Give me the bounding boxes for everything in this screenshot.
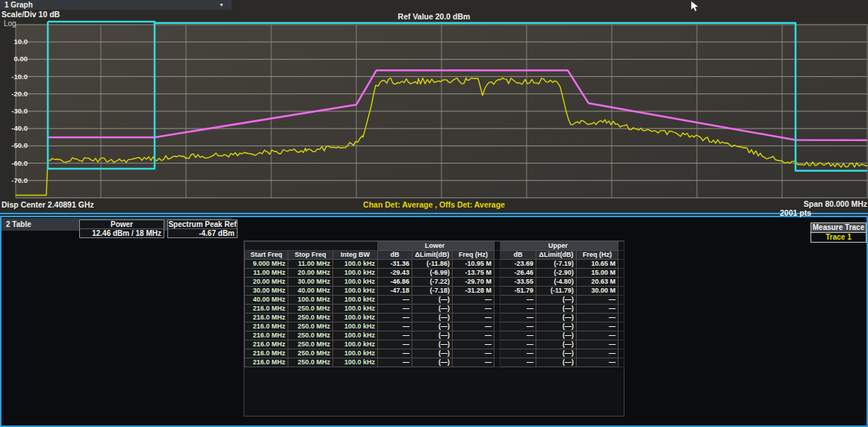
table-row[interactable]: 40.00 MHz100.0 MHz100.0 kHz—(—)——(—)—: [245, 296, 624, 305]
table-cell: (—): [536, 296, 577, 305]
table-cell: (-6.99): [412, 269, 453, 278]
table-cell: —: [500, 296, 536, 305]
table-cell: [495, 340, 500, 349]
table-cell: [495, 251, 500, 260]
table-cell: -29.43: [378, 269, 412, 278]
table-cell: 9.000 MHz: [245, 260, 288, 269]
table-row[interactable]: 11.00 MHz20.00 MHz100.0 kHz-29.43(-6.99)…: [245, 269, 624, 278]
table-cell: 100.0 kHz: [333, 269, 378, 278]
table-cell: (—): [412, 322, 453, 331]
table-row[interactable]: 216.0 MHz250.0 MHz100.0 kHz—(—)——(—)—: [245, 349, 624, 358]
measure-trace-control[interactable]: Measure Trace Trace 1: [810, 222, 867, 243]
measure-trace-value[interactable]: Trace 1: [811, 233, 866, 242]
table-cell: 250.0 MHz: [288, 314, 333, 322]
table-cell: (—): [536, 314, 577, 322]
table-cell: 250.0 MHz: [288, 331, 333, 340]
table-cell: 216.0 MHz: [245, 314, 288, 322]
table-cell: 250.0 MHz: [288, 322, 333, 331]
table-cell: -51.79: [500, 287, 536, 296]
ref-value-label[interactable]: Ref Value 20.0 dBm: [0, 12, 868, 21]
table-cell: -26.46: [500, 269, 536, 278]
table-row[interactable]: 216.0 MHz250.0 MHz100.0 kHz—(—)——(—)—: [245, 322, 624, 331]
table-cell: [619, 251, 624, 260]
span-label[interactable]: Span 80.000 MHz: [804, 199, 867, 208]
table-cell: (—): [412, 349, 453, 358]
table-cell: 20.00 MHz: [245, 278, 288, 287]
window-separator: [0, 213, 868, 214]
table-cell: [619, 242, 624, 251]
table-cell: 250.0 MHz: [288, 340, 333, 349]
table-row[interactable]: 216.0 MHz250.0 MHz100.0 kHz—(—)——(—)—: [245, 314, 624, 322]
table-row[interactable]: 30.00 MHz40.00 MHz100.0 kHz-47.18(-7.18)…: [245, 287, 624, 296]
table-cell: —: [577, 340, 619, 349]
table-cell: [495, 260, 500, 269]
table-cell: [619, 349, 624, 358]
table-cell: —: [378, 305, 412, 314]
table-cell: [619, 331, 624, 340]
table-row[interactable]: 216.0 MHz250.0 MHz100.0 kHz—(—)——(—)—: [245, 358, 624, 367]
table-cell: 100.0 kHz: [333, 322, 378, 331]
table-cell: (-7.19): [536, 260, 577, 269]
table-cell: dB: [500, 251, 536, 260]
table-cell: (—): [412, 296, 453, 305]
table-row[interactable]: 216.0 MHz250.0 MHz100.0 kHz—(—)——(—)—: [245, 305, 624, 314]
y-tick-label: 10.0: [0, 37, 28, 46]
table-cell: —: [500, 349, 536, 358]
graph-window-selector[interactable]: 1 Graph ▼: [0, 0, 232, 10]
table-cell: -10.95 M: [453, 260, 495, 269]
table-cell: —: [577, 305, 619, 314]
table-cell: 10.65 M: [577, 260, 619, 269]
power-readout: Power 12.46 dBm / 18 MHz: [79, 219, 164, 238]
table-cell: -47.18: [378, 287, 412, 296]
table-cell: 216.0 MHz: [245, 358, 288, 367]
table-cell: [619, 314, 624, 322]
table-cell: [495, 322, 500, 331]
y-tick-label: -30.0: [0, 107, 28, 115]
graph-window: 1 Graph ▼ Scale/Div 10 dB Log Ref Value …: [0, 0, 868, 213]
table-cell: 250.0 MHz: [288, 349, 333, 358]
table-cell: 250.0 MHz: [288, 358, 333, 367]
table-cell: —: [453, 358, 495, 367]
table-cell: —: [453, 331, 495, 340]
table-cell: dB: [378, 251, 412, 260]
spectrum-peak-ref-value: -4.67 dBm: [168, 229, 237, 237]
table-cell: [495, 305, 500, 314]
table-cell: [495, 269, 500, 278]
table-cell: —: [577, 314, 619, 322]
chevron-down-icon: ▼: [219, 2, 224, 7]
table-cell: —: [577, 331, 619, 340]
table-cell: [619, 287, 624, 296]
table-row[interactable]: 216.0 MHz250.0 MHz100.0 kHz—(—)——(—)—: [245, 340, 624, 349]
table-cell: [495, 278, 500, 287]
table-cell: 20.00 MHz: [288, 269, 333, 278]
table-cell: 11.00 MHz: [245, 269, 288, 278]
table-cell: —: [453, 296, 495, 305]
table-cell: —: [577, 349, 619, 358]
table-cell: 30.00 M: [577, 287, 619, 296]
table-cell: Freq (Hz): [453, 251, 495, 260]
table-cell: —: [378, 340, 412, 349]
table-row[interactable]: 216.0 MHz250.0 MHz100.0 kHz—(—)——(—)—: [245, 331, 624, 340]
table-cell: (—): [536, 349, 577, 358]
table-cell: (—): [412, 358, 453, 367]
table-cell: [619, 305, 624, 314]
table-cell: —: [378, 296, 412, 305]
table-cell: (-2.90): [536, 269, 577, 278]
table-cell: Stop Freq: [288, 251, 333, 260]
table-cell: 100.0 kHz: [333, 260, 378, 269]
table-header-row: Start FreqStop FreqInteg BWdBΔLimit(dB)F…: [245, 251, 624, 260]
table-row[interactable]: 9.000 MHz11.00 MHz100.0 kHz-31.36(-11.86…: [245, 260, 624, 269]
table-window-selector-label: 2 Table: [6, 220, 31, 228]
mouse-cursor: [690, 0, 702, 13]
table-cell: 100.0 kHz: [333, 314, 378, 322]
table-cell: —: [500, 322, 536, 331]
table-cell: [495, 314, 500, 322]
table-cell: 216.0 MHz: [245, 349, 288, 358]
table-row[interactable]: 20.00 MHz30.00 MHz100.0 kHz-46.86(-7.22)…: [245, 278, 624, 287]
y-tick-label: 0.00: [0, 54, 28, 63]
table-cell: -29.70 M: [453, 278, 495, 287]
table-cell: —: [378, 331, 412, 340]
table-cell: —: [500, 358, 536, 367]
table-cell: 11.00 MHz: [288, 260, 333, 269]
table-cell: —: [378, 358, 412, 367]
